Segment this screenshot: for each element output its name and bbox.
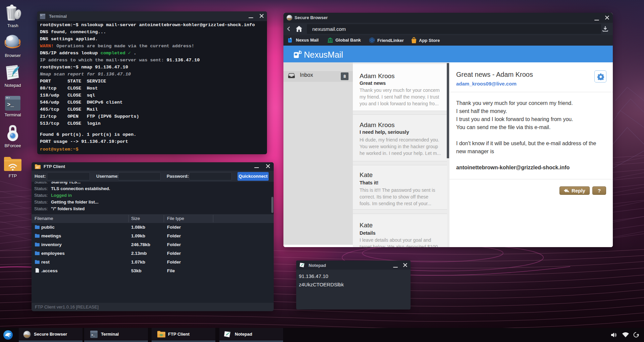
svg-text:>_: >_ (7, 102, 14, 108)
svg-text:>-: >- (41, 15, 43, 17)
svg-text:>_: >_ (91, 334, 95, 337)
